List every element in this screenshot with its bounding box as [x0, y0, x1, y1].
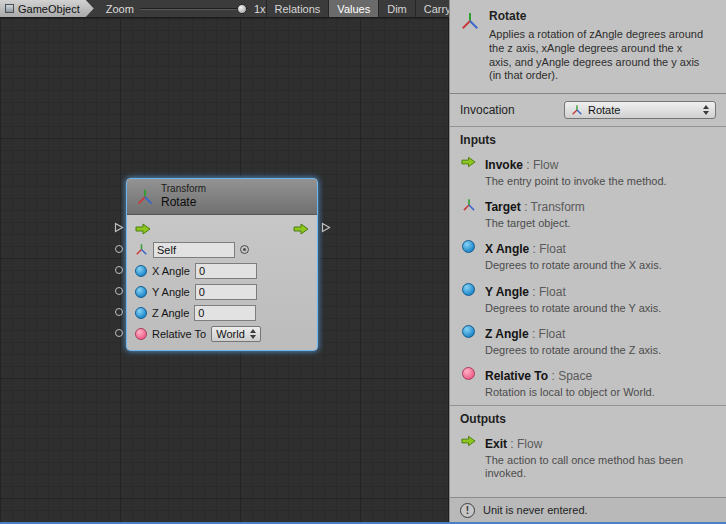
transform-axes-icon: [571, 104, 583, 116]
input-entry-z-angle: Z Angle : Float Degrees to rotate around…: [450, 321, 726, 363]
flow-row: [135, 218, 309, 239]
target-input-port[interactable]: [115, 245, 123, 253]
input-entry-target: Target : Transform The target object.: [450, 194, 726, 236]
transform-axes-icon: [460, 11, 480, 31]
graph-canvas[interactable]: Transform Rotate: [0, 18, 448, 522]
flow-arrow-icon: [460, 434, 477, 480]
output-entry-exit: Exit : Flow The action to call once meth…: [450, 431, 726, 486]
invocation-value: Rotate: [588, 104, 620, 116]
graph-toolbar: GameObject Zoom 1x Relations Values Dim …: [0, 0, 448, 18]
relative-to-value: World: [216, 328, 245, 340]
exit-flow-arrow-icon[interactable]: [293, 223, 309, 235]
y-angle-input-port[interactable]: [115, 287, 123, 295]
relative-to-label: Relative To: [152, 328, 206, 340]
relative-to-input-port[interactable]: [115, 329, 123, 337]
invocation-dropdown[interactable]: Rotate: [564, 101, 716, 119]
dim-button[interactable]: Dim: [378, 0, 415, 17]
relative-to-row: Relative To World: [135, 323, 309, 344]
x-angle-input[interactable]: [195, 263, 257, 279]
node-body: X Angle Y Angle Z Angle: [127, 215, 317, 350]
self-row: [135, 239, 309, 260]
flow-output-port[interactable]: [321, 222, 331, 233]
outputs-section-header: Outputs: [450, 405, 726, 431]
zoom-slider-knob[interactable]: [237, 4, 247, 14]
x-angle-row: X Angle: [135, 260, 309, 281]
node-subtitle: Rotate: [161, 195, 206, 209]
z-angle-row: Z Angle: [135, 302, 309, 323]
y-angle-input[interactable]: [195, 284, 257, 300]
invoke-flow-arrow-icon[interactable]: [135, 223, 151, 235]
zoom-slider-track: [140, 8, 248, 10]
warning-icon: !: [460, 503, 475, 518]
invocation-label: Invocation: [460, 103, 515, 117]
float-port-icon: [460, 239, 477, 272]
breadcrumb-label: GameObject: [18, 3, 80, 15]
inspector-spacer: [450, 487, 726, 498]
input-entry-x-angle: X Angle : Float Degrees to rotate around…: [450, 236, 726, 278]
node-header[interactable]: Transform Rotate: [127, 179, 317, 215]
rotate-node[interactable]: Transform Rotate: [126, 178, 318, 351]
target-picker-icon[interactable]: [240, 245, 249, 254]
z-angle-label: Z Angle: [152, 307, 189, 319]
warning-text: Unit is never entered.: [483, 504, 588, 516]
transform-axes-icon: [460, 197, 477, 230]
relative-to-dropdown[interactable]: World: [211, 326, 261, 342]
transform-axes-icon: [136, 188, 154, 206]
inspector-description: Applies a rotation of zAngle degrees aro…: [489, 28, 704, 83]
dropdown-arrows-icon: [250, 329, 256, 339]
zoom-label: Zoom: [106, 3, 134, 15]
breadcrumb[interactable]: GameObject: [0, 0, 94, 17]
inspector-header-text: Rotate Applies a rotation of zAngle degr…: [489, 9, 704, 83]
dropdown-arrows-icon: [703, 105, 709, 115]
float-port-icon: [135, 286, 147, 298]
node-header-text: Transform Rotate: [161, 183, 206, 209]
flow-arrow-icon: [460, 155, 477, 188]
zoom-value: 1x: [254, 3, 266, 15]
inspector-header: Rotate Applies a rotation of zAngle degr…: [450, 0, 726, 94]
input-entry-y-angle: Y Angle : Float Degrees to rotate around…: [450, 279, 726, 321]
inputs-section-header: Inputs: [450, 126, 726, 152]
float-port-icon: [460, 324, 477, 357]
bolt-editor-window: GameObject Zoom 1x Relations Values Dim …: [0, 0, 726, 524]
transform-axes-icon: [135, 243, 148, 256]
node-title: Transform: [161, 183, 206, 195]
inspector-title: Rotate: [489, 9, 704, 23]
zoom-slider[interactable]: [140, 0, 248, 18]
inspector-panel: Rotate Applies a rotation of zAngle degr…: [449, 0, 726, 522]
rotate-node-wrapper: Transform Rotate: [112, 178, 332, 351]
relations-button[interactable]: Relations: [266, 0, 329, 17]
self-target-field[interactable]: [153, 242, 235, 258]
zoom-control: Zoom 1x: [106, 0, 266, 17]
flow-input-port[interactable]: [114, 222, 124, 233]
input-entry-invoke: Invoke : Flow The entry point to invoke …: [450, 152, 726, 194]
float-port-icon: [135, 265, 147, 277]
float-port-icon: [135, 307, 147, 319]
input-entry-relative-to: Relative To : Space Rotation is local to…: [450, 363, 726, 405]
y-angle-row: Y Angle: [135, 281, 309, 302]
x-angle-label: X Angle: [152, 265, 190, 277]
z-angle-input-port[interactable]: [115, 308, 123, 316]
z-angle-input[interactable]: [194, 305, 256, 321]
enum-port-icon: [460, 366, 477, 399]
warning-bar: ! Unit is never entered.: [450, 497, 726, 522]
x-angle-input-port[interactable]: [115, 266, 123, 274]
invocation-row: Invocation Rotate: [450, 94, 726, 126]
values-button[interactable]: Values: [328, 0, 378, 17]
graph-area: GameObject Zoom 1x Relations Values Dim …: [0, 0, 449, 522]
gameobject-icon: [5, 4, 14, 13]
enum-port-icon: [135, 328, 147, 340]
toolbar-toggle-group: Relations Values Dim Carry: [266, 0, 459, 17]
y-angle-label: Y Angle: [152, 286, 190, 298]
float-port-icon: [460, 282, 477, 315]
